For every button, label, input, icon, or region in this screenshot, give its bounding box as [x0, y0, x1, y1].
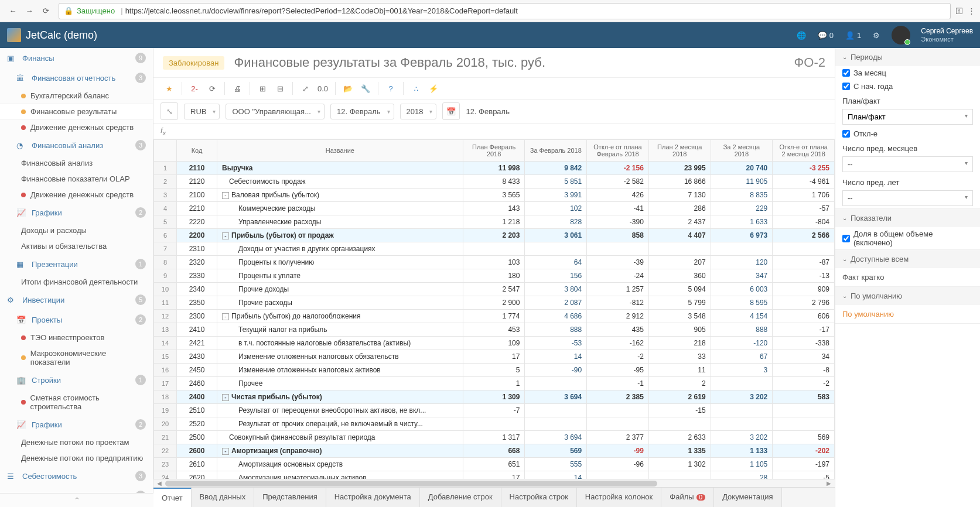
cell-value[interactable]: 17 [463, 471, 525, 479]
cell-value[interactable]: 17 [463, 350, 525, 364]
cell-code[interactable]: 2110 [177, 162, 217, 175]
tree-toggle-icon[interactable]: - [222, 192, 229, 199]
cell-value[interactable]: -2 156 [587, 162, 649, 175]
prev-years-select[interactable]: -- [842, 190, 973, 206]
cell-name[interactable]: Прочие расходы [217, 296, 463, 310]
cell-value[interactable] [587, 404, 649, 417]
sidebar-item-fin-results[interactable]: Итоги финансовой деятельности [0, 274, 153, 290]
cell-value[interactable] [648, 471, 711, 479]
cell-value[interactable]: 1 133 [711, 444, 773, 458]
cell-value[interactable]: -39 [587, 256, 649, 269]
cell-name[interactable]: Прочие доходы [217, 283, 463, 296]
table-row[interactable]: 52220Управленческие расходы1 218828-3902… [154, 215, 835, 229]
cell-value[interactable]: 109 [463, 337, 525, 350]
cell-value[interactable]: 6 003 [711, 283, 773, 296]
cell-value[interactable]: -99 [587, 444, 649, 458]
cell-code[interactable]: 2310 [177, 242, 217, 256]
cell-value[interactable]: 3 202 [711, 431, 773, 444]
cell-value[interactable] [773, 404, 835, 417]
cell-value[interactable]: 905 [648, 323, 711, 337]
cell-name[interactable]: Изменение отложенных налоговых активов [217, 364, 463, 377]
cell-value[interactable]: 102 [525, 202, 587, 215]
chk-month[interactable]: За месяц [835, 66, 980, 80]
cell-value[interactable]: -13 [773, 269, 835, 283]
cell-value[interactable]: 4 686 [525, 310, 587, 323]
address-bar[interactable]: 🔒 Защищено | https://jetcalc.leossnet.ru… [59, 3, 951, 19]
cell-value[interactable]: -7 [463, 404, 525, 417]
sidebar-item-fin-olap[interactable]: Финансовые показатели OLAP [0, 171, 153, 187]
default-link[interactable]: По умолчанию [835, 305, 980, 323]
sidebar-item-cashproj[interactable]: Денежные потоки по проектам [0, 434, 153, 450]
cell-value[interactable]: 555 [525, 458, 587, 471]
sidebar-item-estimate[interactable]: Сметная стоимость строительства [0, 390, 153, 414]
sidebar-section-build[interactable]: 🏢Стройки1 [0, 370, 153, 390]
cell-name[interactable]: -Прибыль (убыток) от продаж [217, 229, 463, 242]
period-select[interactable]: 12. Февраль [330, 104, 394, 119]
user-block[interactable]: Сергей Сергеев Экономист [921, 27, 973, 43]
sidebar-section-invest[interactable]: ⚙Инвестиции5 [0, 290, 153, 310]
tab-report[interactable]: Отчет [153, 488, 192, 507]
cell-value[interactable] [463, 417, 525, 431]
cell-name[interactable]: Амортизация нематериальных активов [217, 471, 463, 479]
cell-value[interactable]: 28 [711, 471, 773, 479]
tab-col-settings[interactable]: Настройка колонок [577, 488, 661, 507]
cell-value[interactable]: 1 105 [711, 458, 773, 471]
table-row[interactable]: 62200-Прибыль (убыток) от продаж2 2033 0… [154, 229, 835, 242]
chk-dev[interactable]: Откл-е [835, 127, 980, 141]
cell-value[interactable]: 1 309 [463, 390, 525, 404]
precision-button[interactable]: 2- [186, 80, 203, 97]
cell-name[interactable]: Проценты к уплате [217, 269, 463, 283]
cell-value[interactable]: 360 [648, 269, 711, 283]
cell-value[interactable]: 1 706 [773, 189, 835, 202]
cell-value[interactable]: -53 [525, 337, 587, 350]
cell-code[interactable]: 2510 [177, 404, 217, 417]
cell-value[interactable]: 3 694 [525, 431, 587, 444]
reload-button[interactable]: ⟳ [37, 3, 54, 19]
cell-value[interactable] [711, 377, 773, 390]
cell-value[interactable]: 583 [773, 390, 835, 404]
cell-value[interactable]: 1 774 [463, 310, 525, 323]
cell-name[interactable]: Прочее [217, 377, 463, 390]
tree-toggle-icon[interactable]: - [222, 232, 229, 239]
sidebar-item-macro[interactable]: Макроэкономические показатели [0, 345, 153, 370]
cell-value[interactable]: 14 [525, 350, 587, 364]
sidebar-item-cashflow2[interactable]: Движение денежных средств [0, 187, 153, 203]
sidebar-item-cashent[interactable]: Денежные потоки по предприятию [0, 450, 153, 466]
cell-value[interactable]: 569 [525, 444, 587, 458]
cell-value[interactable]: 1 317 [463, 431, 525, 444]
col-dev-feb[interactable]: Откл-е от плана Февраль 2018 [587, 140, 649, 162]
cell-value[interactable]: -95 [587, 364, 649, 377]
cell-value[interactable]: 347 [711, 269, 773, 283]
cell-code[interactable]: 2220 [177, 215, 217, 229]
scroll-thumb[interactable] [165, 481, 657, 487]
help-button[interactable]: ? [383, 80, 399, 97]
tab-input[interactable]: Ввод данных [192, 488, 255, 507]
cell-value[interactable]: 1 335 [648, 444, 711, 458]
sidebar-item-teo[interactable]: ТЭО инвестпроектов [0, 330, 153, 345]
rp-public-header[interactable]: ⌄Доступные всем [835, 250, 980, 268]
chk-share[interactable]: Доля в общем объеме (включено) [835, 227, 980, 249]
cell-value[interactable]: 11 [648, 364, 711, 377]
horizontal-scrollbar[interactable]: ◀ ▶ [153, 479, 835, 487]
cell-value[interactable]: 5 [463, 364, 525, 377]
tab-doc-settings[interactable]: Настройка документа [326, 488, 420, 507]
cell-value[interactable]: -1 [587, 377, 649, 390]
cell-value[interactable]: 11 905 [711, 175, 773, 189]
tab-row-settings[interactable]: Настройка строк [501, 488, 577, 507]
cell-value[interactable] [525, 404, 587, 417]
chk-month-input[interactable] [842, 69, 850, 77]
cell-value[interactable]: 5 094 [648, 283, 711, 296]
sidebar-section-fin-analysis[interactable]: ◔Финансовый анализ3 [0, 135, 153, 155]
cell-value[interactable]: -17 [773, 323, 835, 337]
cell-value[interactable]: 1 302 [648, 458, 711, 471]
gear-icon[interactable]: ⚙ [873, 31, 880, 40]
planfact-select[interactable]: План/факт [842, 109, 973, 125]
table-row[interactable]: 132410Текущий налог на прибыль4538884359… [154, 323, 835, 337]
cell-value[interactable]: 9 842 [525, 162, 587, 175]
table-row[interactable]: 182400-Чистая прибыль (убыток)1 3093 694… [154, 390, 835, 404]
tab-files[interactable]: Файлы0 [661, 488, 714, 507]
cell-value[interactable]: -87 [773, 256, 835, 269]
sidebar-section-presentations[interactable]: ▦Презентации1 [0, 254, 153, 274]
refresh-button[interactable]: ⟳ [204, 80, 220, 97]
sidebar-section-charts[interactable]: 📈Графики2 [0, 203, 153, 222]
